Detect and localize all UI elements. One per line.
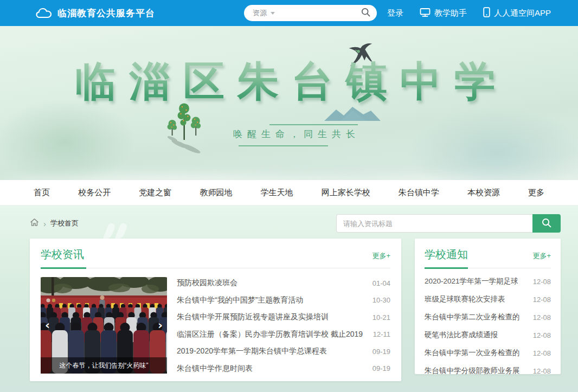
notice-item[interactable]: 2020-2021学年第一学期足球 12-08	[425, 277, 551, 286]
topbar-search[interactable]: 资源	[244, 5, 377, 21]
nav-item-zhutai-school[interactable]: 朱台镇中学	[399, 188, 439, 198]
topbar: 临淄教育公共服务平台 资源 登录	[0, 0, 578, 26]
notice-item-date: 12-08	[533, 278, 551, 286]
magnifier-icon[interactable]	[361, 8, 370, 19]
app-link[interactable]: 人人通空间APP	[483, 7, 551, 19]
notice-list: 2020-2021学年第一学期足球 12-08 班级足球联赛轮次安排表 12-0…	[425, 277, 551, 376]
news-item[interactable]: 预防校园欺凌班会 01-04	[177, 278, 390, 288]
notice-header-rule	[425, 267, 551, 269]
toolbar-row: › 学校首页	[30, 214, 561, 233]
carousel-next-button[interactable]: ›	[158, 319, 163, 331]
news-more-link[interactable]: 更多+	[372, 251, 390, 261]
breadcrumb-separator: ›	[43, 220, 46, 228]
notice-item-date: 12-08	[533, 349, 551, 357]
notice-item-title: 硬笔书法比赛成绩通报	[425, 330, 498, 340]
news-item-date: 09-19	[373, 364, 390, 372]
slogan-line-bottom	[239, 145, 328, 146]
nav-item-students[interactable]: 学生天地	[261, 188, 293, 198]
nav-item-parent-school[interactable]: 网上家长学校	[322, 188, 370, 198]
notice-item[interactable]: 硬笔书法比赛成绩通报 12-08	[425, 330, 551, 340]
news-item[interactable]: 2019-2020学年第一学期朱台镇中学总课程表 09-19	[177, 346, 390, 356]
news-item-title: 朱台镇中学“我的中国梦”主题教育活动	[177, 295, 303, 305]
notice-item[interactable]: 朱台镇中学分级部教师业务展 12-08	[425, 366, 551, 376]
news-item-date: 01-04	[373, 279, 390, 287]
news-searchbox	[336, 214, 561, 233]
notice-item-date: 12-08	[533, 367, 551, 375]
news-item[interactable]: 朱台镇中学“我的中国梦”主题教育活动 10-30	[177, 295, 390, 305]
notice-item-date: 12-08	[533, 295, 551, 304]
notice-item[interactable]: 朱台镇中学第二次业务检查的 12-08	[425, 312, 551, 322]
notice-item-date: 12-08	[533, 331, 551, 339]
breadcrumb: › 学校首页	[30, 218, 79, 229]
mountains-illustration	[324, 106, 381, 124]
nav-item-school-affairs[interactable]: 校务公开	[78, 188, 111, 198]
search-category-dropdown[interactable]: 资源	[253, 8, 267, 18]
news-item[interactable]: 朱台镇中学作息时间表 09-19	[177, 364, 390, 374]
teaching-assistant-label: 教学助手	[434, 8, 467, 18]
notice-item-title: 朱台镇中学第一次业务检查的	[425, 348, 520, 358]
news-item-title: 朱台镇中学作息时间表	[177, 364, 253, 374]
news-item-date: 09-19	[373, 348, 390, 356]
nav-item-teachers[interactable]: 教师园地	[200, 188, 232, 198]
notice-item-title: 朱台镇中学第二次业务检查的	[425, 312, 520, 322]
notice-item-title: 朱台镇中学分级部教师业务展	[425, 366, 520, 376]
news-carousel[interactable]: ‹ › 这个春节，让我们告别“火药味”	[41, 277, 167, 374]
news-item[interactable]: 临淄区注册（备案）民办非学历教育培训学校 截止2019 12-11	[177, 330, 390, 339]
teaching-assistant-link[interactable]: 教学助手	[420, 8, 467, 19]
cards-row: 学校资讯 更多+	[30, 239, 561, 381]
news-search-input[interactable]	[336, 214, 532, 233]
login-label: 登录	[387, 8, 403, 18]
news-card-title: 学校资讯	[41, 247, 84, 262]
news-header-rule	[41, 267, 390, 269]
notice-item-title: 2020-2021学年第一学期足球	[425, 277, 518, 286]
carousel-prev-button[interactable]: ‹	[45, 319, 50, 331]
magnifier-icon	[542, 218, 551, 229]
notice-card-header: 学校通知 更多+	[425, 247, 551, 262]
notice-item[interactable]: 朱台镇中学第一次业务检查的 12-08	[425, 348, 551, 358]
topbar-links: 登录 教学助手 人人通	[387, 0, 551, 26]
news-item-date: 10-21	[373, 313, 390, 322]
monitor-icon	[420, 8, 431, 19]
nav-item-more[interactable]: 更多	[528, 188, 544, 198]
breadcrumb-current[interactable]: 学校首页	[50, 219, 79, 228]
news-item-title: 朱台镇中学开展预防近视专题讲座及实操培训	[177, 312, 329, 322]
carousel-caption[interactable]: 这个春节，让我们告别“火药味”	[41, 357, 167, 374]
notice-more-link[interactable]: 更多+	[532, 251, 551, 261]
fog-decoration	[0, 160, 578, 180]
news-item-date: 12-11	[373, 330, 390, 338]
news-item-title: 临淄区注册（备案）民办非学历教育培训学校 截止2019	[177, 330, 363, 339]
main-nav: 首页 校务公开 党建之窗 教师园地 学生天地 网上家长学校 朱台镇中学 本校资源…	[0, 180, 578, 205]
page: 临淄教育公共服务平台 资源 登录	[0, 0, 578, 392]
notice-card-title: 学校通知	[425, 247, 468, 262]
notice-item[interactable]: 班级足球联赛轮次安排表 12-08	[425, 294, 551, 304]
smartphone-icon	[483, 7, 490, 19]
school-banner: 临淄区朱台镇中学	[0, 26, 578, 180]
notice-item-date: 12-08	[533, 313, 551, 322]
cloud-icon	[36, 7, 52, 19]
brand-title: 临淄教育公共服务平台	[57, 7, 155, 20]
notice-item-title: 班级足球联赛轮次安排表	[425, 294, 505, 304]
news-item-date: 10-30	[373, 296, 390, 304]
trees-illustration	[165, 101, 205, 159]
news-item-title: 2019-2020学年第一学期朱台镇中学总课程表	[177, 346, 327, 356]
banner-school-name: 临淄区朱台镇中学	[75, 56, 541, 106]
app-label: 人人通空间APP	[494, 8, 551, 18]
brand-home-link[interactable]: 临淄教育公共服务平台	[36, 0, 155, 26]
chevron-down-icon	[271, 12, 275, 15]
news-item-title: 预防校园欺凌班会	[177, 278, 237, 288]
news-search-button[interactable]	[532, 214, 561, 233]
content-area: › 学校首页	[0, 205, 578, 392]
news-list: 预防校园欺凌班会 01-04 朱台镇中学“我的中国梦”主题教育活动 10-30 …	[177, 277, 390, 374]
home-icon[interactable]	[30, 218, 39, 229]
banner-slogan: 唤醒生命，同生共长	[233, 128, 360, 140]
nav-item-party-building[interactable]: 党建之窗	[139, 188, 171, 198]
nav-item-resources[interactable]: 本校资源	[467, 188, 500, 198]
nav-item-home[interactable]: 首页	[34, 188, 50, 198]
login-link[interactable]: 登录	[387, 8, 403, 18]
school-news-card: 学校资讯 更多+	[30, 239, 401, 381]
slogan-line-top	[269, 124, 358, 125]
school-notice-card: 学校通知 更多+ 2020-2021学年第一学期足球 12-08 班级足球联赛轮…	[415, 239, 561, 374]
news-item[interactable]: 朱台镇中学开展预防近视专题讲座及实操培训 10-21	[177, 312, 390, 322]
news-card-header: 学校资讯 更多+	[41, 247, 390, 262]
